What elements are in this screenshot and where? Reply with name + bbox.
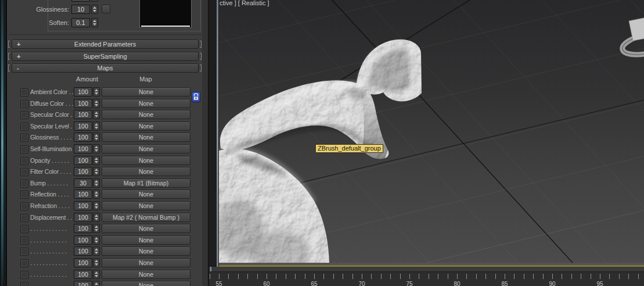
- map-amount-field[interactable]: 100: [74, 87, 92, 96]
- map-amount-field[interactable]: 100: [74, 235, 92, 245]
- map-amount-field[interactable]: 30: [74, 178, 92, 188]
- map-amount-field[interactable]: 100: [74, 133, 92, 142]
- map-slot-label: . . . . . . . . . . . .: [30, 270, 74, 279]
- map-slot-button[interactable]: None: [102, 99, 190, 108]
- map-amount-spinner[interactable]: [93, 121, 100, 131]
- map-amount-spinner[interactable]: [93, 224, 100, 233]
- map-enable-checkbox[interactable]: [20, 237, 28, 245]
- map-amount-field[interactable]: 100: [74, 201, 92, 210]
- map-slot-button[interactable]: None: [102, 133, 190, 142]
- perspective-viewport[interactable]: ctive ] [ Realistic ] ZBrush_defualt_gro…: [219, 0, 644, 263]
- map-enable-checkbox[interactable]: [20, 168, 28, 176]
- map-slot-label: . . . . . . . . . . . .: [30, 259, 74, 267]
- map-enable-checkbox[interactable]: [20, 191, 28, 199]
- column-header-amount: Amount: [76, 76, 98, 83]
- map-amount-spinner[interactable]: [93, 144, 100, 153]
- map-slot-button[interactable]: None: [102, 144, 190, 153]
- map-enable-checkbox[interactable]: [20, 214, 28, 222]
- map-amount-spinner[interactable]: [93, 167, 100, 176]
- map-enable-checkbox[interactable]: [20, 180, 28, 188]
- rollout-maps[interactable]: - Maps: [12, 63, 199, 73]
- map-amount-spinner[interactable]: [93, 235, 100, 245]
- map-amount-field[interactable]: 100: [74, 190, 92, 199]
- highlight-graph-button[interactable]: [102, 5, 110, 13]
- map-slot-button[interactable]: None: [102, 201, 190, 210]
- map-amount-field[interactable]: 100: [74, 213, 92, 222]
- glossiness-spinner[interactable]: [91, 5, 98, 14]
- map-amount-spinner[interactable]: [93, 201, 100, 210]
- map-slot-button[interactable]: None: [102, 224, 190, 233]
- lock-icon: [192, 92, 200, 102]
- glossiness-field[interactable]: 10: [71, 5, 90, 14]
- map-enable-checkbox[interactable]: [20, 202, 28, 210]
- map-enable-checkbox[interactable]: [20, 271, 28, 279]
- map-slot-button[interactable]: Map #2 ( Normal Bump ): [102, 213, 190, 222]
- map-amount-spinner[interactable]: [93, 110, 100, 119]
- map-amount-field[interactable]: 100: [74, 258, 92, 267]
- map-slot-button[interactable]: None: [102, 246, 190, 256]
- map-slot-button[interactable]: None: [102, 270, 190, 279]
- map-amount-spinner[interactable]: [93, 87, 100, 96]
- soften-spinner[interactable]: [91, 18, 98, 27]
- map-slot-label: Reflection . . . .: [30, 190, 74, 199]
- rollout-supersampling[interactable]: + SuperSampling: [12, 52, 199, 61]
- map-enable-checkbox[interactable]: [20, 157, 28, 165]
- map-enable-checkbox[interactable]: [20, 259, 28, 267]
- map-enable-checkbox[interactable]: [20, 111, 28, 119]
- map-slot-button[interactable]: None: [102, 167, 190, 176]
- map-amount-spinner[interactable]: [93, 246, 100, 256]
- map-amount-field[interactable]: 100: [74, 110, 92, 119]
- map-amount-field[interactable]: 100: [74, 144, 92, 153]
- rollout-bracket: [8, 41, 10, 48]
- timeline-tick: [286, 274, 286, 279]
- map-amount-field[interactable]: 100: [74, 121, 92, 131]
- map-slot-button[interactable]: None: [102, 121, 190, 131]
- map-slot-button[interactable]: None: [102, 156, 190, 165]
- map-enable-checkbox[interactable]: [20, 248, 28, 256]
- map-slot-button[interactable]: None: [102, 110, 190, 119]
- timeline-frame-number: 85: [498, 281, 512, 286]
- map-enable-checkbox[interactable]: [20, 123, 28, 131]
- map-amount-spinner[interactable]: [93, 99, 100, 108]
- soften-field[interactable]: 0.1: [71, 18, 90, 27]
- map-amount-spinner[interactable]: [93, 133, 100, 142]
- panel-viewport-divider: [209, 0, 219, 286]
- map-slot-button[interactable]: None: [102, 87, 190, 96]
- map-slot-label: . . . . . . . . . . . .: [30, 247, 74, 256]
- map-amount-field[interactable]: 100: [74, 270, 92, 279]
- map-amount-spinner[interactable]: [93, 213, 100, 222]
- viewport-shading-label[interactable]: ctive ] [ Realistic ]: [220, 0, 269, 6]
- teapot-object[interactable]: [621, 16, 644, 58]
- timeline-ruler[interactable]: 556065707580859095: [209, 271, 644, 286]
- map-slot-button[interactable]: None: [102, 258, 190, 267]
- map-enable-checkbox[interactable]: [20, 282, 28, 286]
- map-amount-field[interactable]: 100: [74, 281, 92, 286]
- map-enable-checkbox[interactable]: [20, 225, 28, 233]
- map-slot-button[interactable]: None: [102, 235, 190, 245]
- map-amount-spinner[interactable]: [93, 190, 100, 199]
- map-amount-spinner[interactable]: [93, 281, 100, 286]
- map-slot-row: Specular Level . 100 None: [7, 121, 209, 132]
- timeline-trackbar[interactable]: 556065707580859095: [209, 267, 644, 286]
- panel-scroll-gutter[interactable]: [202, 0, 208, 286]
- map-amount-spinner[interactable]: [93, 178, 100, 188]
- map-amount-field[interactable]: 100: [74, 224, 92, 233]
- map-slot-row: Ambient Color . . 100 None: [7, 87, 209, 98]
- map-enable-checkbox[interactable]: [20, 145, 28, 153]
- ambient-diffuse-lock-button[interactable]: [192, 92, 200, 102]
- map-amount-field[interactable]: 100: [74, 99, 92, 108]
- map-slot-button[interactable]: None: [102, 190, 190, 199]
- map-enable-checkbox[interactable]: [20, 100, 28, 108]
- map-amount-field[interactable]: 100: [74, 246, 92, 256]
- map-enable-checkbox[interactable]: [20, 88, 28, 96]
- timeline-tick: [429, 274, 429, 279]
- map-amount-spinner[interactable]: [93, 258, 100, 267]
- map-amount-field[interactable]: 100: [74, 167, 92, 176]
- map-amount-spinner[interactable]: [93, 270, 100, 279]
- rollout-extended-parameters[interactable]: + Extended Parameters: [12, 40, 199, 49]
- map-amount-spinner[interactable]: [93, 156, 100, 165]
- map-slot-button[interactable]: Map #1 (Bitmap): [102, 178, 190, 188]
- map-amount-field[interactable]: 100: [74, 156, 92, 165]
- map-slot-button[interactable]: None: [102, 281, 190, 286]
- map-enable-checkbox[interactable]: [20, 134, 28, 142]
